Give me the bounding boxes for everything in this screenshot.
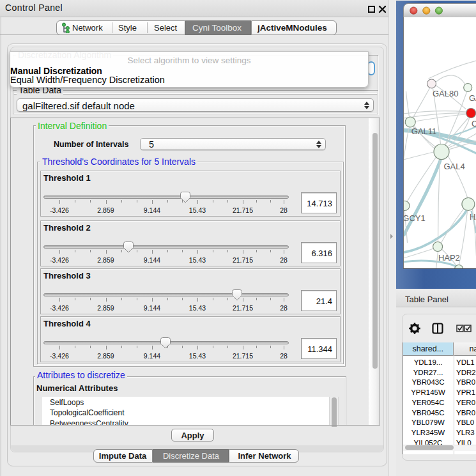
svg-text:GAL11: GAL11 <box>411 127 436 136</box>
svg-text:GAL80: GAL80 <box>433 89 458 98</box>
svg-text:HAP2: HAP2 <box>438 253 459 263</box>
svg-text:C: C <box>472 119 476 128</box>
svg-text:GCY1: GCY1 <box>404 213 426 223</box>
svg-text:GAL4: GAL4 <box>443 162 464 171</box>
svg-text:HA: HA <box>470 212 476 222</box>
svg-text:GA: GA <box>469 93 476 103</box>
